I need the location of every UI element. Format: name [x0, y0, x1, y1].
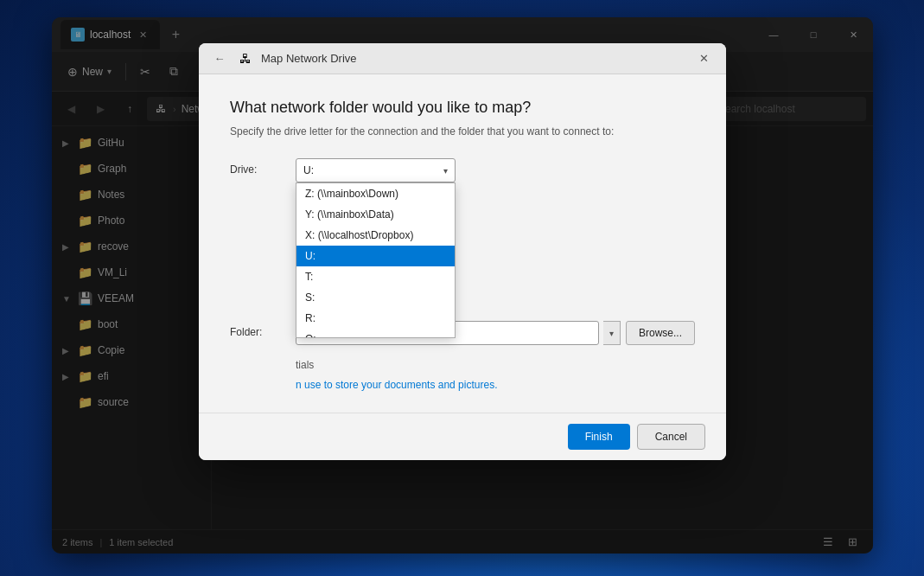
modal-titlebar: ← 🖧 Map Network Drive ✕: [199, 43, 726, 74]
main-window: 🖥 localhost ✕ + — □ ✕ ⊕ New ▾ ✂ ⧉ 📋: [52, 17, 873, 554]
finish-button[interactable]: Finish: [568, 424, 630, 450]
drive-option-u[interactable]: U:: [296, 246, 455, 266]
drive-dropdown-menu: Z: (\\mainbox\Down) Y: (\\mainbox\Data) …: [296, 182, 456, 338]
folder-dropdown-arrow-icon[interactable]: ▾: [603, 321, 621, 345]
connect-link-text[interactable]: n use to store your documents and pictur…: [296, 379, 497, 391]
folder-label: Folder:: [230, 321, 282, 338]
drive-label: Drive:: [230, 158, 282, 176]
drive-control-area: U: ▾ Z: (\\mainbox\Down) Y: (\\mainbox\D…: [296, 158, 695, 182]
drive-select-button[interactable]: U: ▾: [296, 158, 456, 182]
drive-dropdown-arrow-icon: ▾: [443, 166, 448, 176]
drive-option-y[interactable]: Y: (\\mainbox\Data): [296, 204, 455, 225]
modal-body: What network folder would you like to ma…: [199, 74, 726, 413]
modal-close-button[interactable]: ✕: [691, 47, 716, 71]
drive-option-z[interactable]: Z: (\\mainbox\Down): [296, 183, 455, 204]
modal-subtitle: Specify the drive letter for the connect…: [230, 125, 695, 138]
close-icon: ✕: [699, 52, 709, 65]
drive-option-r[interactable]: R:: [296, 308, 455, 329]
drive-option-x[interactable]: X: (\\localhost\Dropbox): [296, 225, 455, 246]
cancel-button[interactable]: Cancel: [637, 424, 705, 450]
map-network-drive-dialog: ← 🖧 Map Network Drive ✕ What network fol…: [199, 43, 726, 460]
modal-back-button[interactable]: ←: [209, 48, 230, 69]
drive-option-t[interactable]: T:: [296, 266, 455, 287]
connect-credentials-text: tials: [296, 359, 695, 371]
modal-title: Map Network Drive: [261, 52, 357, 65]
browse-button[interactable]: Browse...: [626, 321, 695, 345]
drive-form-row: Drive: U: ▾ Z: (\\mainbox\Down) Y: (\\ma…: [230, 158, 695, 182]
modal-map-icon: 🖧: [237, 50, 254, 67]
drive-option-q[interactable]: Q:: [296, 329, 455, 338]
selected-drive-text: U:: [303, 164, 440, 176]
connect-info-area: tials n use to store your documents and …: [230, 359, 695, 392]
back-icon: ←: [214, 52, 226, 65]
modal-overlay: ← 🖧 Map Network Drive ✕ What network fol…: [52, 17, 873, 554]
modal-heading: What network folder would you like to ma…: [230, 99, 695, 117]
drive-option-s[interactable]: S:: [296, 287, 455, 308]
modal-footer: Finish Cancel: [199, 413, 726, 460]
